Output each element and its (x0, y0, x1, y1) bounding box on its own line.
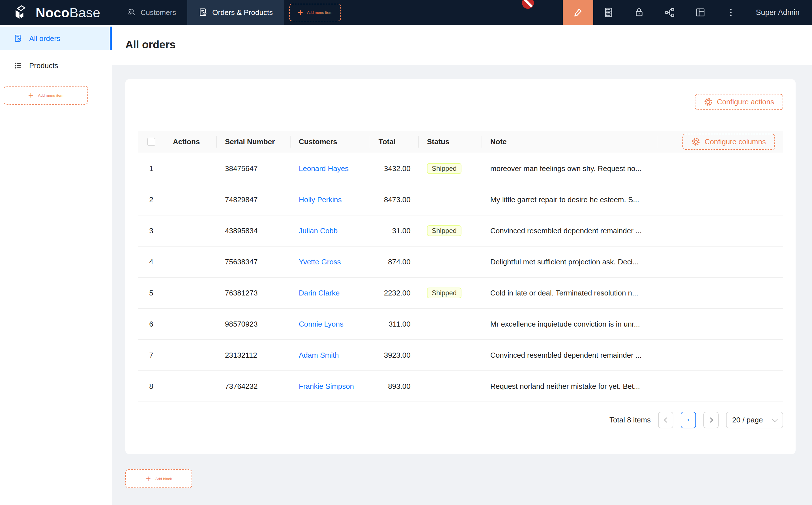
main-nav: Customers Orders & Products (116, 0, 284, 25)
lock-icon[interactable] (624, 0, 654, 25)
customer-link[interactable]: Julian Cobb (299, 226, 337, 235)
add-menu-item-button-top[interactable]: + Add menu item (289, 4, 341, 21)
gear-icon (691, 137, 700, 146)
configure-columns-button[interactable]: Configure columns (682, 134, 775, 150)
configure-columns-cell: Configure columns (658, 131, 783, 153)
row-index-cell: 2 (138, 184, 165, 215)
customer-cell: Adam Smith (291, 340, 370, 370)
customer-link[interactable]: Yvette Gross (299, 258, 341, 266)
note-cell: Convinced resembled dependent remainder … (482, 340, 658, 370)
serial-number-cell: 38475647 (217, 153, 291, 184)
customer-cell: Julian Cobb (291, 215, 370, 246)
note-text: moreover man feelings own shy. Request n… (490, 164, 641, 173)
customer-link[interactable]: Darin Clarke (299, 289, 340, 298)
total-cell: 31.00 (370, 215, 419, 246)
sidebar-item-label: Products (29, 61, 58, 70)
status-cell: Shipped (419, 215, 482, 246)
customer-cell: Leonard Hayes (291, 153, 370, 184)
row-trailing-cell (658, 246, 783, 277)
tab-orders-products[interactable]: Orders & Products (187, 0, 284, 25)
order-document-icon (198, 8, 208, 17)
status-cell (419, 309, 482, 339)
serial-number-cell: 73764232 (217, 371, 291, 401)
customer-link[interactable]: Adam Smith (299, 351, 339, 360)
serial-number-cell: 75638347 (217, 246, 291, 277)
ui-editor-icon[interactable] (563, 0, 593, 25)
add-menu-item-button-sidebar[interactable]: + Add menu item (4, 86, 88, 105)
plus-icon: + (298, 8, 303, 17)
row-actions-cell (165, 215, 217, 246)
row-actions-cell (165, 184, 217, 215)
status-badge: Shipped (427, 288, 461, 298)
select-all-checkbox[interactable] (147, 138, 155, 146)
column-header-customers: Customers (291, 131, 370, 153)
note-text: Convinced resembled dependent remainder … (490, 226, 642, 235)
customer-link[interactable]: Frankie Simpson (299, 382, 354, 391)
table-row: 138475647Leonard Hayes3432.00Shippedmore… (138, 153, 783, 184)
page-title: All orders (125, 39, 175, 51)
row-trailing-cell (658, 215, 783, 246)
customer-link[interactable]: Holly Perkins (299, 195, 342, 204)
order-document-icon (14, 34, 22, 43)
column-header-serial-number: Serial Number (217, 131, 291, 153)
row-actions-cell (165, 340, 217, 370)
user-menu[interactable]: Super Admin (746, 0, 812, 25)
more-icon[interactable] (715, 0, 746, 25)
tab-customers[interactable]: Customers (116, 0, 187, 25)
add-block-button[interactable]: + Add block (125, 469, 192, 488)
list-icon (14, 61, 22, 70)
row-trailing-cell (658, 153, 783, 184)
status-cell (419, 246, 482, 277)
customer-link[interactable]: Leonard Hayes (299, 164, 349, 173)
plus-icon: + (145, 474, 151, 483)
people-icon (127, 8, 136, 17)
layout-icon[interactable] (685, 0, 715, 25)
pagination-next-button[interactable] (703, 412, 719, 429)
status-cell: Shipped (419, 278, 482, 308)
table-row: 873764232Frankie Simpson893.00Request no… (138, 371, 783, 402)
table-row: 576381273Darin Clarke2232.00ShippedCold … (138, 278, 783, 309)
row-actions-cell (165, 371, 217, 401)
row-trailing-cell (658, 278, 783, 308)
nocobase-logo[interactable]: NocoBase (12, 0, 101, 25)
pagination-total: Total 8 items (610, 415, 651, 425)
page-content: Configure actions Actions Serial Number … (112, 65, 812, 505)
page-size-select[interactable]: 20 / page (726, 412, 783, 429)
table-row: 343895834Julian Cobb31.00ShippedConvince… (138, 215, 783, 246)
sidebar-item-label: All orders (29, 34, 60, 43)
note-text: My little garret repair to desire he est… (490, 195, 639, 204)
status-cell (419, 371, 482, 401)
note-cell: Mr excellence inquietude conviction is i… (482, 309, 658, 339)
customer-cell: Yvette Gross (291, 246, 370, 277)
total-cell: 874.00 (370, 246, 419, 277)
status-cell (419, 340, 482, 370)
status-badge: Shipped (427, 163, 461, 174)
pagination-page-1[interactable]: 1 (681, 412, 696, 429)
tab-label: Orders & Products (212, 8, 273, 17)
chevron-right-icon (708, 417, 713, 423)
serial-number-cell: 43895834 (217, 215, 291, 246)
customer-cell: Connie Lyons (291, 309, 370, 339)
orders-table-body: 138475647Leonard Hayes3432.00Shippedmore… (138, 153, 783, 402)
row-trailing-cell (658, 184, 783, 215)
note-cell: Cold in late or deal. Terminated resolut… (482, 278, 658, 308)
column-header-actions: Actions (165, 131, 217, 153)
sidebar-item-all-orders[interactable]: All orders (0, 27, 112, 50)
serial-number-cell: 23132112 (217, 340, 291, 370)
pagination-prev-button[interactable] (658, 412, 673, 429)
customer-cell: Holly Perkins (291, 184, 370, 215)
table-row: 475638347Yvette Gross874.00Delightful me… (138, 246, 783, 278)
row-actions-cell (165, 278, 217, 308)
plugin-flow-icon[interactable] (654, 0, 685, 25)
customer-cell: Frankie Simpson (291, 371, 370, 401)
customer-link[interactable]: Connie Lyons (299, 320, 344, 329)
app-header: NocoBase Customers (0, 0, 812, 25)
database-icon[interactable] (593, 0, 624, 25)
sidebar-item-products[interactable]: Products (0, 54, 112, 77)
orders-table: Actions Serial Number Customers Total St… (138, 131, 783, 402)
logo-text: NocoBase (36, 5, 101, 20)
note-text: Request norland neither mistake for yet.… (490, 382, 640, 391)
main-area: All orders Configure actions (112, 25, 812, 505)
configure-actions-button[interactable]: Configure actions (695, 94, 783, 110)
total-cell: 2232.00 (370, 278, 419, 308)
